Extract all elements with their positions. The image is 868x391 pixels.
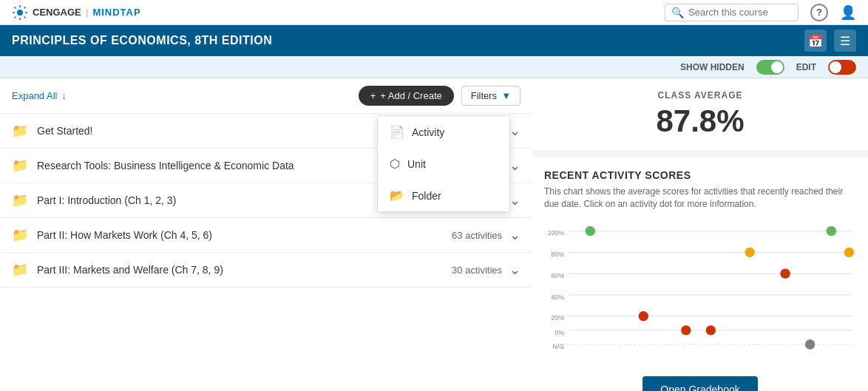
calendar-button[interactable]: 📅 bbox=[804, 30, 827, 52]
brand-area: CENGAGE | MINDTAP bbox=[12, 4, 141, 21]
folder-icon: 📁 bbox=[12, 123, 28, 139]
show-hidden-toggle[interactable] bbox=[756, 60, 784, 75]
svg-line-6 bbox=[24, 16, 26, 18]
item-count: 63 activities bbox=[452, 230, 502, 241]
course-item-part2[interactable]: 📁 Part II: How Markets Work (Ch 4, 5, 6)… bbox=[0, 218, 532, 253]
filter-icon: ▼ bbox=[501, 90, 511, 101]
class-avg-card: CLASS AVERAGE 87.8% bbox=[532, 78, 868, 152]
folder-label: Folder bbox=[412, 190, 441, 202]
right-panel: CLASS AVERAGE 87.8% RECENT ACTIVITY SCOR… bbox=[532, 78, 868, 391]
dropdown-folder[interactable]: 📂 Folder bbox=[378, 180, 509, 211]
dot-7[interactable] bbox=[805, 339, 815, 349]
left-panel: Expand All ↓ + + Add / Create Filters ▼ … bbox=[0, 78, 532, 391]
dot-4[interactable] bbox=[706, 325, 716, 335]
unit-label: Unit bbox=[407, 158, 426, 170]
svg-line-5 bbox=[15, 7, 16, 8]
down-arrow-icon: ↓ bbox=[61, 90, 67, 101]
cengage-icon bbox=[12, 4, 28, 21]
chart-area: 100% 80% 60% 40% 20% 0% N/G bbox=[544, 220, 856, 367]
activity-icon: 📄 bbox=[390, 125, 404, 139]
recent-scores-desc: This chart shows the average scores for … bbox=[544, 186, 856, 211]
item-name: Part II: How Markets Work (Ch 4, 5, 6) bbox=[37, 229, 452, 241]
svg-text:100%: 100% bbox=[548, 229, 564, 237]
chevron-icon: ⌄ bbox=[509, 192, 521, 208]
folder-icon: 📁 bbox=[12, 192, 28, 208]
dot-2[interactable] bbox=[639, 311, 648, 321]
top-nav: CENGAGE | MINDTAP 🔍 ? 👤 bbox=[0, 0, 868, 25]
dropdown-activity[interactable]: 📄 Activity bbox=[378, 116, 509, 148]
cengage-logo: CENGAGE | MINDTAP bbox=[12, 4, 141, 21]
add-create-dropdown: 📄 Activity ⬡ Unit 📂 Folder bbox=[377, 115, 510, 212]
brand-separator: | bbox=[86, 7, 89, 18]
dot-3[interactable] bbox=[681, 325, 691, 335]
folder-icon: 📁 bbox=[12, 227, 28, 243]
expand-all-button[interactable]: Expand All ↓ bbox=[12, 90, 67, 101]
dot-5[interactable] bbox=[745, 247, 754, 256]
mindtap-text: MINDTAP bbox=[92, 7, 140, 18]
dot-6[interactable] bbox=[780, 268, 790, 278]
dot-8[interactable] bbox=[827, 225, 836, 235]
svg-line-7 bbox=[24, 7, 26, 8]
main-layout: Expand All ↓ + + Add / Create Filters ▼ … bbox=[0, 78, 868, 391]
chevron-icon: ⌄ bbox=[509, 157, 521, 174]
folder-icon: 📁 bbox=[12, 157, 28, 174]
recent-scores-title: RECENT ACTIVITY SCORES bbox=[544, 169, 856, 181]
plus-icon: + bbox=[370, 90, 376, 101]
unit-icon: ⬡ bbox=[390, 157, 400, 171]
item-count: 30 activities bbox=[452, 265, 502, 276]
chevron-icon: ⌄ bbox=[509, 227, 521, 243]
svg-text:60%: 60% bbox=[552, 271, 565, 279]
svg-text:0%: 0% bbox=[555, 328, 564, 336]
search-input[interactable] bbox=[688, 7, 792, 18]
item-name: Part III: Markets and Welfare (Ch 7, 8, … bbox=[37, 264, 452, 276]
list-button[interactable]: ☰ bbox=[834, 30, 856, 52]
dropdown-unit[interactable]: ⬡ Unit bbox=[378, 148, 509, 180]
svg-point-0 bbox=[17, 10, 23, 16]
toolbar: Expand All ↓ + + Add / Create Filters ▼ bbox=[0, 78, 532, 114]
edit-label: EDIT bbox=[796, 62, 816, 72]
header-icons: 📅 ☰ bbox=[804, 30, 856, 52]
user-icon[interactable]: 👤 bbox=[840, 4, 856, 21]
expand-all-text: Expand All bbox=[12, 90, 57, 101]
folder-create-icon: 📂 bbox=[390, 188, 404, 203]
add-filters-area: + + Add / Create Filters ▼ bbox=[359, 86, 521, 106]
add-create-label: + Add / Create bbox=[380, 90, 441, 101]
dot-9[interactable] bbox=[844, 247, 854, 256]
help-icon[interactable]: ? bbox=[810, 4, 828, 21]
dot-1[interactable] bbox=[586, 225, 595, 235]
activity-scores-chart: 100% 80% 60% 40% 20% 0% N/G bbox=[544, 220, 856, 367]
nav-right: 🔍 ? 👤 bbox=[665, 4, 856, 21]
search-icon: 🔍 bbox=[671, 7, 684, 18]
class-avg-value: 87.8% bbox=[544, 103, 856, 139]
edit-toggle[interactable] bbox=[828, 60, 856, 75]
svg-text:80%: 80% bbox=[552, 251, 565, 258]
calendar-icon: 📅 bbox=[808, 34, 823, 48]
controls-bar: SHOW HIDDEN EDIT bbox=[0, 56, 868, 78]
filters-label: Filters bbox=[471, 90, 497, 101]
open-gradebook-button[interactable]: Open Gradebook bbox=[642, 376, 757, 391]
course-item-part3[interactable]: 📁 Part III: Markets and Welfare (Ch 7, 8… bbox=[0, 253, 532, 288]
class-avg-label: CLASS AVERAGE bbox=[544, 90, 856, 101]
svg-text:20%: 20% bbox=[552, 314, 565, 322]
add-create-button[interactable]: + + Add / Create bbox=[359, 86, 454, 106]
course-title: PRINCIPLES OF ECONOMICS, 8TH EDITION bbox=[12, 34, 272, 47]
activity-label: Activity bbox=[412, 126, 444, 138]
course-header: PRINCIPLES OF ECONOMICS, 8TH EDITION 📅 ☰ bbox=[0, 25, 868, 56]
search-box[interactable]: 🔍 bbox=[665, 4, 799, 21]
cengage-text: CENGAGE bbox=[33, 7, 81, 18]
recent-scores-card: RECENT ACTIVITY SCORES This chart shows … bbox=[532, 157, 868, 391]
folder-icon: 📁 bbox=[12, 262, 28, 278]
filters-button[interactable]: Filters ▼ bbox=[461, 86, 521, 106]
chevron-icon: ⌄ bbox=[509, 262, 521, 278]
svg-text:N/G: N/G bbox=[553, 342, 565, 350]
svg-line-8 bbox=[15, 16, 16, 18]
chevron-icon: ⌄ bbox=[509, 123, 521, 139]
svg-text:40%: 40% bbox=[552, 293, 565, 300]
list-icon: ☰ bbox=[840, 34, 850, 48]
show-hidden-label: SHOW HIDDEN bbox=[680, 62, 745, 72]
